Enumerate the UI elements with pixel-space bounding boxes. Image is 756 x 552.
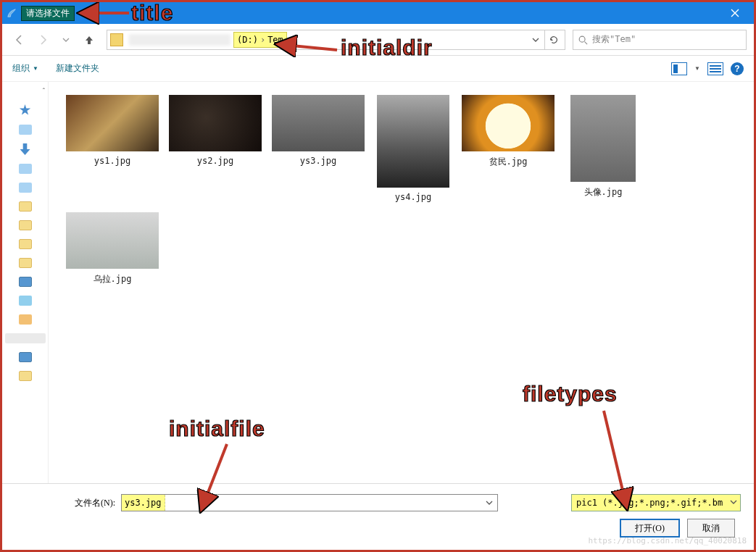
file-name: ys1.jpg <box>94 156 131 166</box>
close-button[interactable] <box>720 3 749 23</box>
path-folder[interactable]: Tem <box>267 35 283 45</box>
organize-menu[interactable]: 组织 ▼ <box>12 62 38 75</box>
up-button[interactable] <box>79 30 99 50</box>
window-titlebar: 请选择文件 <box>2 2 754 24</box>
filename-value: ys3.jpg <box>122 495 165 511</box>
file-name: ys4.jpg <box>395 192 432 202</box>
sidebar-scroll-up-icon[interactable]: ˆ <box>43 88 45 96</box>
address-dropdown-icon[interactable] <box>527 30 544 49</box>
file-thumbnail <box>570 95 636 182</box>
svg-point-0 <box>579 36 585 42</box>
file-item[interactable]: 贫民.jpg <box>460 92 556 205</box>
view-list-icon[interactable] <box>707 62 723 75</box>
filename-dropdown-icon[interactable] <box>483 496 496 509</box>
view-dropdown-icon[interactable]: ▼ <box>694 65 700 72</box>
filename-input[interactable]: ys3.jpg <box>121 494 498 511</box>
file-thumbnail <box>462 95 554 151</box>
sidebar-user-icon[interactable] <box>19 314 32 325</box>
file-item[interactable]: ys4.jpg <box>373 92 453 205</box>
sidebar-downloads-icon[interactable] <box>20 143 30 155</box>
toolbar: 组织 ▼ 新建文件夹 ▼ ? <box>2 56 754 82</box>
file-name: 头像.jpg <box>584 186 623 198</box>
sidebar-folder-icon[interactable] <box>19 220 32 230</box>
sidebar-desktop-icon[interactable] <box>19 125 32 135</box>
sidebar-folder-icon[interactable] <box>19 258 32 268</box>
path-drive[interactable]: (D:) <box>237 35 258 45</box>
search-icon <box>578 35 588 45</box>
path-segment-censored <box>129 34 230 46</box>
file-item[interactable]: ys3.jpg <box>270 92 366 205</box>
file-list-pane[interactable]: ys1.jpg ys2.jpg ys3.jpg ys4.jpg 贫民.jpg 头… <box>49 82 754 483</box>
file-item[interactable]: 乌拉.jpg <box>65 209 160 288</box>
back-button[interactable] <box>9 30 30 50</box>
sidebar-folder-icon[interactable] <box>19 371 32 381</box>
forward-button[interactable] <box>33 30 53 50</box>
newfolder-label: 新建文件夹 <box>56 62 99 75</box>
file-item[interactable]: ys1.jpg <box>65 92 160 205</box>
sidebar-monitor-icon[interactable] <box>19 352 32 362</box>
help-icon[interactable]: ? <box>731 62 744 75</box>
view-thumbnails-icon[interactable] <box>671 62 687 75</box>
sidebar-folder-icon[interactable] <box>19 239 32 249</box>
path-highlight: (D:) › Tem <box>233 32 287 48</box>
refresh-button[interactable] <box>544 30 562 49</box>
recent-dropdown[interactable] <box>56 30 76 50</box>
file-item[interactable]: ys2.jpg <box>167 92 263 205</box>
nav-bar: (D:) › Tem 搜索"Tem" <box>2 24 754 56</box>
file-thumbnail <box>272 95 365 151</box>
organize-label: 组织 <box>12 62 30 75</box>
filetypes-value: pic1 (*.jpg;*.png;*.gif;*.bm <box>576 498 723 508</box>
sidebar: ˆ <box>2 82 49 483</box>
search-placeholder: 搜索"Tem" <box>592 33 636 46</box>
sidebar-documents-icon[interactable] <box>19 164 32 174</box>
open-button-label: 打开(O) <box>635 522 665 535</box>
filetypes-dropdown[interactable]: pic1 (*.jpg;*.png;*.gif;*.bm <box>571 494 741 511</box>
file-name: ys3.jpg <box>300 156 337 166</box>
file-name: 贫民.jpg <box>489 156 528 168</box>
cancel-button[interactable]: 取消 <box>687 519 735 538</box>
path-sep-icon: › <box>260 35 265 45</box>
file-thumbnail <box>66 95 159 151</box>
filename-label: 文件名(N): <box>75 497 115 509</box>
file-name: ys2.jpg <box>197 156 234 166</box>
file-thumbnail <box>169 95 262 151</box>
open-button[interactable]: 打开(O) <box>620 519 680 538</box>
sidebar-selected-item[interactable] <box>5 333 46 343</box>
file-thumbnail <box>66 212 159 269</box>
dropdown-caret-icon: ▼ <box>33 65 38 72</box>
bottom-bar: 文件名(N): ys3.jpg pic1 (*.jpg;*.png;*.gif;… <box>2 483 754 550</box>
file-item[interactable]: 头像.jpg <box>563 92 643 205</box>
sidebar-thispc-icon[interactable] <box>19 277 32 287</box>
filetypes-dropdown-icon <box>730 498 737 508</box>
file-thumbnail <box>377 95 449 188</box>
new-folder-button[interactable]: 新建文件夹 <box>56 62 99 75</box>
file-name: 乌拉.jpg <box>94 273 132 285</box>
sidebar-folder-icon[interactable] <box>19 201 32 212</box>
search-input[interactable]: 搜索"Tem" <box>573 30 747 50</box>
sidebar-pictures-icon[interactable] <box>19 183 32 193</box>
folder-icon <box>110 33 123 46</box>
sidebar-onedrive-icon[interactable] <box>19 296 32 306</box>
app-icon <box>7 8 17 18</box>
sidebar-quickaccess-icon[interactable] <box>20 104 31 116</box>
cancel-button-label: 取消 <box>702 522 720 535</box>
address-bar[interactable]: (D:) › Tem <box>107 30 565 50</box>
window-title: 请选择文件 <box>21 6 75 21</box>
